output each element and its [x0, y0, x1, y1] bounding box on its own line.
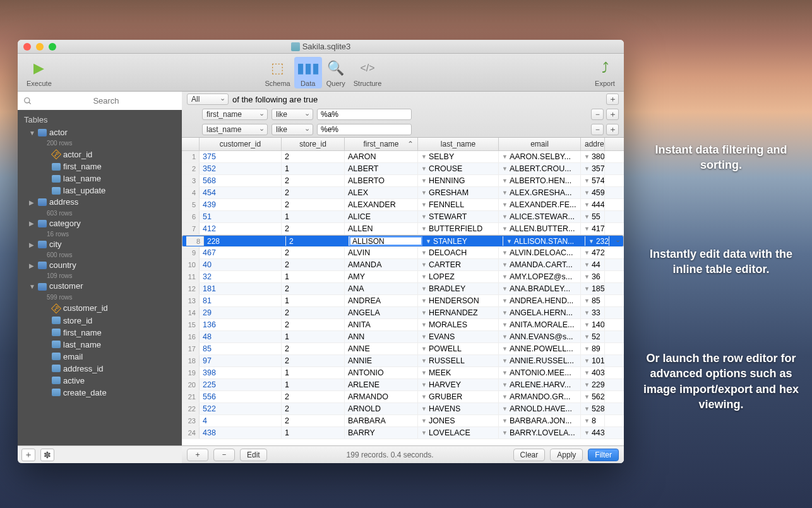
- cell-last-name[interactable]: ▼HARVEY: [418, 379, 499, 390]
- filter-button[interactable]: Filter: [588, 449, 619, 461]
- table-row[interactable]: 16481ANN▼EVANS▼ANN.EVANS@s...▼52: [182, 331, 624, 343]
- cell-store-id[interactable]: 2: [282, 343, 345, 354]
- cell-first-name[interactable]: ARLENE: [345, 379, 418, 390]
- cell-email[interactable]: ▼ARNOLD.HAVE...: [499, 403, 581, 414]
- execute-button[interactable]: ▶ Execute: [23, 57, 56, 88]
- cell-store-id[interactable]: 1: [282, 379, 345, 390]
- cell-customer-id[interactable]: 454: [200, 187, 282, 198]
- titlebar[interactable]: Sakila.sqlite3: [18, 40, 624, 54]
- cell-first-name[interactable]: ANDREA: [345, 295, 418, 306]
- cell-customer-id[interactable]: 225: [200, 379, 282, 390]
- table-row[interactable]: 121812ANA▼BRADLEY▼ANA.BRADLEY...▼185: [182, 283, 624, 295]
- data-grid[interactable]: 13752AARON▼SELBY▼AARON.SELBY...▼380 2352…: [182, 151, 624, 445]
- data-button[interactable]: ▮▮▮ Data: [294, 57, 322, 88]
- col-header-email[interactable]: email: [499, 138, 581, 150]
- cell-store-id[interactable]: 1: [282, 331, 345, 342]
- cell-first-name[interactable]: ANNIE: [345, 355, 418, 366]
- cell-customer-id[interactable]: 29: [200, 307, 282, 318]
- add-row-button[interactable]: ＋: [187, 449, 208, 461]
- table-address[interactable]: ▶address 603 rows: [18, 197, 182, 217]
- table-row[interactable]: 14292ANGELA▼HERNANDEZ▼ANGELA.HERN...▼33: [182, 307, 624, 319]
- cell-address-id[interactable]: ▼33: [581, 307, 605, 318]
- cell-store-id[interactable]: 1: [282, 427, 345, 438]
- cell-first-name[interactable]: BARRY: [345, 427, 418, 438]
- cell-customer-id[interactable]: 522: [200, 403, 282, 414]
- cell-last-name[interactable]: ▼MORALES: [418, 319, 499, 330]
- cell-email[interactable]: ▼ALBERTO.HEN...: [499, 175, 581, 186]
- col-header-customer_id[interactable]: customer_id: [200, 138, 282, 150]
- cell-customer-id[interactable]: 136: [200, 319, 282, 330]
- cell-email[interactable]: ▼ANDREA.HEND...: [499, 295, 581, 306]
- cell-store-id[interactable]: 2: [282, 319, 345, 330]
- cell-customer-id[interactable]: 181: [200, 283, 282, 294]
- cell-customer-id[interactable]: 568: [200, 175, 282, 186]
- filter-op-select[interactable]: like: [272, 109, 313, 120]
- col-header-addre[interactable]: addre: [581, 138, 605, 150]
- cell-customer-id[interactable]: 85: [200, 343, 282, 354]
- cell-last-name[interactable]: ▼RUSSELL: [418, 355, 499, 366]
- tables-tree[interactable]: Tables ▼actor 200 rows ⚿actor_idfirst_na…: [18, 110, 182, 445]
- cell-first-name[interactable]: ALEX: [345, 187, 418, 198]
- column-store_id[interactable]: store_id: [18, 315, 182, 327]
- cell-first-name[interactable]: ARMANDO: [345, 391, 418, 402]
- cell-email[interactable]: ▼ANNIE.RUSSEL...: [499, 355, 581, 366]
- table-row[interactable]: 10402AMANDA▼CARTER▼AMANDA.CART...▼44: [182, 259, 624, 271]
- cell-email[interactable]: ▼ARMANDO.GR...: [499, 391, 581, 402]
- add-table-button[interactable]: ＋: [21, 449, 35, 461]
- cell-last-name[interactable]: ▼HENNING: [418, 175, 499, 186]
- table-row[interactable]: 193981ANTONIO▼MEEK▼ANTONIO.MEE...▼403: [182, 367, 624, 379]
- schema-button[interactable]: ⬚ Schema: [261, 57, 294, 88]
- add-rule-button[interactable]: ＋: [606, 109, 619, 120]
- cell-first-name[interactable]: ALEXANDER: [345, 199, 418, 210]
- export-button[interactable]: ⤴ Export: [591, 57, 619, 88]
- cell-email[interactable]: ▼ARLENE.HARV...: [499, 379, 581, 390]
- table-row[interactable]: 11321AMY▼LOPEZ▼AMY.LOPEZ@s...▼36: [182, 271, 624, 283]
- cell-last-name[interactable]: ▼STEWART: [418, 211, 499, 222]
- column-email[interactable]: email: [18, 351, 182, 363]
- cell-store-id[interactable]: 1: [282, 163, 345, 174]
- cell-email[interactable]: ▼ANA.BRADLEY...: [499, 283, 581, 294]
- cell-email[interactable]: ▼ALLISON.STAN...: [503, 236, 585, 246]
- cell-last-name[interactable]: ▼LOPEZ: [418, 271, 499, 282]
- cell-store-id[interactable]: 2: [282, 223, 345, 234]
- column-actor_id[interactable]: ⚿actor_id: [18, 148, 182, 160]
- cell-last-name[interactable]: ▼SELBY: [418, 151, 499, 162]
- table-row[interactable]: 44542ALEX▼GRESHAM▼ALEX.GRESHA...▼459: [182, 187, 624, 199]
- filter-field-select[interactable]: first_name: [202, 109, 268, 120]
- cell-store-id[interactable]: 1: [282, 367, 345, 378]
- cell-address-id[interactable]: ▼85: [581, 295, 605, 306]
- column-active[interactable]: active: [18, 375, 182, 387]
- column-last_name[interactable]: last_name: [18, 172, 182, 184]
- cell-customer-id[interactable]: 4: [200, 415, 282, 426]
- cell-email[interactable]: ▼AMANDA.CART...: [499, 259, 581, 270]
- cell-address-id[interactable]: ▼444: [581, 199, 605, 210]
- cell-customer-id[interactable]: 556: [200, 391, 282, 402]
- table-row[interactable]: 74122ALLEN▼BUTTERFIELD▼ALLEN.BUTTER...▼4…: [182, 223, 624, 235]
- cell-address-id[interactable]: ▼185: [581, 283, 605, 294]
- add-filter-group-button[interactable]: ＋: [606, 94, 619, 105]
- table-row[interactable]: 17852ANNE▼POWELL▼ANNE.POWELL...▼89: [182, 343, 624, 355]
- cell-store-id[interactable]: 2: [282, 151, 345, 162]
- cell-customer-id[interactable]: 40: [200, 259, 282, 270]
- filter-mode-select[interactable]: All: [187, 94, 229, 105]
- cell-store-id[interactable]: 2: [282, 355, 345, 366]
- cell-store-id[interactable]: 2: [282, 391, 345, 402]
- cell-first-name[interactable]: ALBERT: [345, 163, 418, 174]
- cell-first-name[interactable]: ALVIN: [345, 247, 418, 258]
- cell-email[interactable]: ▼ALLEN.BUTTER...: [499, 223, 581, 234]
- table-category[interactable]: ▶category 16 rows: [18, 218, 182, 239]
- cell-first-name[interactable]: BARBARA: [345, 415, 418, 426]
- cell-address-id[interactable]: ▼417: [581, 223, 605, 234]
- column-last_name[interactable]: last_name: [18, 339, 182, 351]
- cell-email[interactable]: ▼ALICE.STEWAR...: [499, 211, 581, 222]
- search-input[interactable]: [20, 94, 180, 108]
- cell-first-name[interactable]: ANA: [345, 283, 418, 294]
- structure-button[interactable]: </> Structure: [350, 57, 386, 88]
- cell-address-id[interactable]: ▼55: [581, 211, 605, 222]
- cell-last-name[interactable]: ▼HENDERSON: [418, 295, 499, 306]
- cell-email[interactable]: ▼ANNE.POWELL...: [499, 343, 581, 354]
- column-customer_id[interactable]: ⚿customer_id: [18, 302, 182, 315]
- cell-address-id[interactable]: ▼36: [581, 271, 605, 282]
- cell-email[interactable]: ▼ALEXANDER.FE...: [499, 199, 581, 210]
- cell-last-name[interactable]: ▼CROUSE: [418, 163, 499, 174]
